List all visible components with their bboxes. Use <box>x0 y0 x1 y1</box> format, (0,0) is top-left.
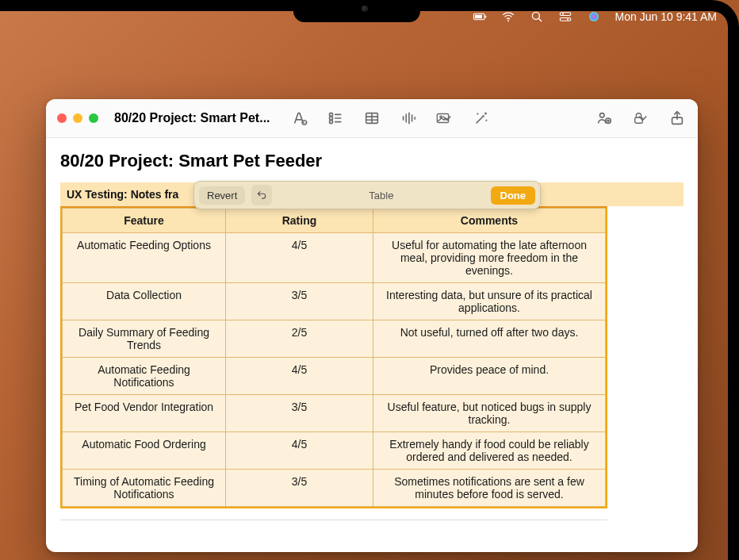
svg-point-29 <box>600 113 605 118</box>
table-cell-comments[interactable]: Interesting data, but unsure of its prac… <box>373 283 606 320</box>
table-cell-feature[interactable]: Automatic Feeding Notifications <box>63 358 226 395</box>
table-row: Pet Food Vendor Integration3/5Useful fea… <box>63 395 606 432</box>
close-icon[interactable] <box>57 113 67 123</box>
svg-point-11 <box>589 12 599 21</box>
table-cell-rating[interactable]: 3/5 <box>226 470 373 507</box>
lock-icon[interactable] <box>631 109 650 128</box>
separator <box>60 520 607 520</box>
fullscreen-icon[interactable] <box>89 113 98 123</box>
checklist-icon[interactable] <box>326 109 345 128</box>
svg-rect-1 <box>475 15 482 19</box>
table-cell-comments[interactable]: Useful for automating the late afternoon… <box>373 233 606 283</box>
table-cell-feature[interactable]: Timing of Automatic Feeding Notification… <box>63 470 226 507</box>
app-window: 80/20 Project: Smart Pet... <box>46 99 698 552</box>
table-cell-comments[interactable]: Useful feature, but noticed bugs in supp… <box>373 395 606 432</box>
feature-table-wrap[interactable]: Feature Rating Comments Automatic Feedin… <box>60 206 607 508</box>
table-cell-rating[interactable]: 3/5 <box>226 283 373 320</box>
share-icon[interactable] <box>668 109 687 128</box>
svg-point-14 <box>329 117 332 120</box>
menubar-datetime[interactable]: Mon Jun 10 9:41 AM <box>615 10 717 23</box>
note-content: 80/20 Project: Smart Pet Feeder UX Testi… <box>46 138 698 552</box>
media-picker-icon[interactable] <box>435 109 454 128</box>
svg-point-3 <box>507 20 509 21</box>
svg-point-7 <box>562 13 564 15</box>
table-cell-rating[interactable]: 4/5 <box>226 432 373 470</box>
audio-waveform-icon[interactable] <box>399 109 418 128</box>
table-row: Automatic Feeding Notifications4/5Provid… <box>63 358 606 395</box>
battery-icon[interactable] <box>473 10 487 24</box>
siri-icon[interactable] <box>587 10 601 24</box>
svg-point-12 <box>329 113 332 116</box>
table-cell-comments[interactable]: Sometimes notifications are sent a few m… <box>373 470 606 507</box>
table-cell-rating[interactable]: 4/5 <box>226 358 373 395</box>
window-title: 80/20 Project: Smart Pet... <box>114 111 270 125</box>
table-row: Automatic Food Ordering4/5Extremely hand… <box>63 432 606 470</box>
chevron-down-icon <box>439 109 454 127</box>
table-header[interactable]: Feature <box>63 209 226 233</box>
document-title: 80/20 Project: Smart Pet Feeder <box>60 151 683 171</box>
table-header[interactable]: Comments <box>373 209 606 233</box>
table-row: Daily Summary of Feeding Trends2/5Not us… <box>63 320 606 358</box>
collaborate-icon[interactable] <box>595 109 614 128</box>
table-row: Timing of Automatic Feeding Notification… <box>63 470 606 507</box>
magic-wand-icon[interactable] <box>472 109 491 128</box>
camera-icon <box>362 6 368 12</box>
svg-point-16 <box>329 121 332 124</box>
format-bar: Revert Table Done <box>193 181 541 209</box>
svg-point-9 <box>567 18 569 20</box>
titlebar: 80/20 Project: Smart Pet... <box>46 99 698 138</box>
section-subtitle-row: UX Testing: Notes fra Revert Table Done <box>60 182 683 206</box>
table-header[interactable]: Rating <box>226 209 373 233</box>
svg-line-5 <box>538 18 542 21</box>
table-row: Data Collection3/5Interesting data, but … <box>63 283 606 320</box>
done-button[interactable]: Done <box>491 186 536 205</box>
table-header-row: Feature Rating Comments <box>63 209 606 233</box>
format-indicator-label: Table <box>278 190 484 201</box>
minimize-icon[interactable] <box>73 113 82 123</box>
table-cell-feature[interactable]: Daily Summary of Feeding Trends <box>63 320 226 358</box>
control-center-icon[interactable] <box>558 10 572 24</box>
table-row: Automatic Feeding Options4/5Useful for a… <box>63 233 606 283</box>
table-cell-rating[interactable]: 2/5 <box>226 320 373 358</box>
wifi-icon[interactable] <box>501 10 515 24</box>
table-cell-rating[interactable]: 3/5 <box>226 395 373 432</box>
device-notch <box>293 0 420 22</box>
table-cell-comments[interactable]: Not useful, turned off after two days. <box>373 320 606 358</box>
table-cell-feature[interactable]: Data Collection <box>63 283 226 320</box>
svg-rect-6 <box>560 13 571 16</box>
table-cell-feature[interactable]: Pet Food Vendor Integration <box>63 395 226 432</box>
table-cell-feature[interactable]: Automatic Feeding Options <box>63 233 226 283</box>
traffic-lights <box>57 113 98 123</box>
table-cell-feature[interactable]: Automatic Food Ordering <box>63 432 226 470</box>
format-text-icon[interactable] <box>289 109 308 128</box>
svg-rect-2 <box>484 16 486 18</box>
menubar: Mon Jun 10 9:41 AM <box>473 10 717 24</box>
table-cell-comments[interactable]: Provides peace of mind. <box>373 358 606 395</box>
feature-table: Feature Rating Comments Automatic Feedin… <box>62 208 606 507</box>
revert-button[interactable]: Revert <box>199 186 245 205</box>
chevron-down-icon <box>635 109 650 127</box>
table-cell-comments[interactable]: Extremely handy if food could be reliabl… <box>373 432 606 470</box>
svg-point-4 <box>532 12 539 19</box>
table-cell-rating[interactable]: 4/5 <box>226 233 373 283</box>
table-icon[interactable] <box>362 109 381 128</box>
svg-rect-8 <box>560 18 571 21</box>
undo-button[interactable] <box>251 185 272 205</box>
search-icon[interactable] <box>530 10 544 24</box>
toolbar <box>283 109 687 128</box>
section-subtitle: UX Testing: Notes fra <box>67 188 178 201</box>
